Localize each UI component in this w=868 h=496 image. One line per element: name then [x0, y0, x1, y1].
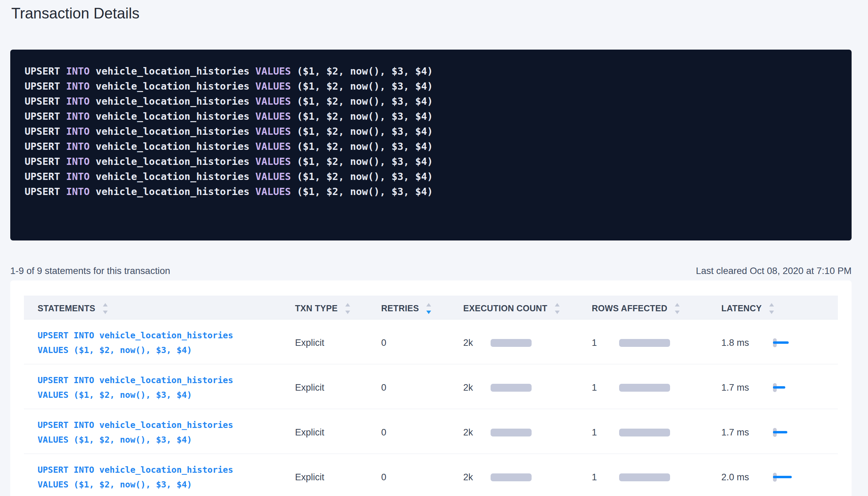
sort-descending-icon: [103, 311, 108, 314]
sort-ascending-icon: [769, 303, 774, 306]
sql-text-token: [60, 156, 66, 167]
sort-arrows-icon[interactable]: [103, 303, 108, 314]
retries-cell: 0: [381, 382, 463, 393]
sql-keyword-token: INTO: [66, 110, 90, 122]
sql-text-token: vehicle_location_histories: [90, 110, 255, 122]
sql-text-token: UPSERT: [25, 65, 60, 77]
sql-keyword-token: VALUES: [255, 156, 291, 167]
latency-bar-chart: [772, 335, 813, 351]
statement-cell: UPSERT INTO vehicle_location_historiesVA…: [24, 373, 295, 402]
latency-cell: 1.8 ms: [721, 335, 838, 351]
sql-text-token: ($1, $2, now(), $3, $4): [291, 95, 433, 107]
column-header-txn-type[interactable]: Txn Type: [295, 303, 381, 314]
sql-statement-line: UPSERT INTO vehicle_location_histories V…: [25, 109, 838, 124]
latency-value: 1.7 ms: [721, 382, 772, 393]
rows-affected-cell: 1: [592, 472, 721, 483]
sort-descending-icon: [675, 311, 680, 314]
execution-count-value: 2k: [463, 382, 491, 393]
statements-count-text: 1-9 of 9 statements for this transaction: [10, 265, 170, 277]
statement-link-line2[interactable]: VALUES ($1, $2, now(), $3, $4): [38, 388, 295, 402]
statement-link-line2[interactable]: VALUES ($1, $2, now(), $3, $4): [38, 432, 295, 447]
sort-arrows-icon[interactable]: [675, 303, 680, 314]
sql-keyword-token: VALUES: [255, 186, 291, 197]
column-header-latency[interactable]: Latency: [721, 303, 838, 314]
column-header-label: Execution Count: [463, 303, 547, 313]
latency-bar-chart: [772, 469, 813, 485]
column-header-rows-affected[interactable]: Rows Affected: [592, 303, 721, 314]
txn-type-cell: Explicit: [295, 427, 381, 438]
latency-bar-chart: [772, 379, 813, 396]
sql-text-token: ($1, $2, now(), $3, $4): [291, 186, 433, 197]
latency-bar-chart: [772, 424, 813, 441]
sql-text-token: [60, 126, 66, 137]
sql-text-token: UPSERT: [25, 141, 60, 152]
execution-count-bar: [491, 339, 532, 347]
sql-text-token: vehicle_location_histories: [90, 156, 255, 167]
sql-statement-line: UPSERT INTO vehicle_location_histories V…: [25, 154, 838, 169]
column-header-label: Rows Affected: [592, 303, 667, 313]
latency-mean-bar: [773, 431, 787, 433]
sort-ascending-icon: [675, 303, 680, 306]
sql-keyword-token: INTO: [66, 141, 90, 152]
execution-count-value: 2k: [463, 338, 491, 348]
statement-link-line1[interactable]: UPSERT INTO vehicle_location_histories: [38, 328, 295, 343]
sql-statement-line: UPSERT INTO vehicle_location_histories V…: [25, 94, 838, 109]
sort-arrows-icon[interactable]: [426, 303, 431, 314]
statement-link-line2[interactable]: VALUES ($1, $2, now(), $3, $4): [38, 477, 295, 492]
sql-text-token: ($1, $2, now(), $3, $4): [291, 110, 433, 122]
rows-affected-cell: 1: [592, 338, 721, 348]
sql-keyword-token: INTO: [66, 171, 90, 182]
statement-row[interactable]: UPSERT INTO vehicle_location_historiesVA…: [24, 364, 838, 409]
execution-count-bar: [491, 384, 532, 392]
sql-keyword-token: VALUES: [255, 126, 291, 137]
latency-mean-bar: [773, 476, 792, 478]
sql-keyword-token: INTO: [66, 156, 90, 167]
txn-type-cell: Explicit: [295, 472, 381, 483]
sort-arrows-icon[interactable]: [769, 303, 774, 314]
sql-text-token: [60, 186, 66, 197]
retries-cell: 0: [381, 427, 463, 438]
retries-cell: 0: [381, 472, 463, 483]
sql-keyword-token: VALUES: [255, 171, 291, 182]
sql-text-token: ($1, $2, now(), $3, $4): [291, 156, 433, 167]
statement-row[interactable]: UPSERT INTO vehicle_location_historiesVA…: [24, 454, 838, 496]
statement-link-line1[interactable]: UPSERT INTO vehicle_location_histories: [38, 462, 295, 477]
statement-link-line1[interactable]: UPSERT INTO vehicle_location_histories: [38, 418, 295, 432]
statement-link-line2[interactable]: VALUES ($1, $2, now(), $3, $4): [38, 343, 295, 357]
execution-count-value: 2k: [463, 427, 491, 438]
sql-text-token: [60, 171, 66, 182]
sort-descending-icon: [769, 311, 774, 314]
sort-descending-icon-active: [426, 311, 431, 314]
execution-count-cell: 2k: [463, 382, 592, 393]
sql-text-token: vehicle_location_histories: [90, 65, 255, 77]
column-header-label: Statements: [38, 303, 95, 313]
sql-text-token: [60, 110, 66, 122]
statement-link-line1[interactable]: UPSERT INTO vehicle_location_histories: [38, 373, 295, 388]
statement-row[interactable]: UPSERT INTO vehicle_location_historiesVA…: [24, 319, 838, 364]
execution-count-value: 2k: [463, 472, 491, 483]
sql-text-token: vehicle_location_histories: [90, 80, 255, 92]
column-header-retries[interactable]: Retries: [381, 303, 463, 314]
execution-count-bar: [491, 473, 532, 481]
column-header-label: Latency: [721, 303, 762, 313]
statement-cell: UPSERT INTO vehicle_location_historiesVA…: [24, 462, 295, 492]
rows-affected-value: 1: [592, 382, 619, 393]
column-header-statements[interactable]: Statements: [24, 303, 295, 314]
statement-row[interactable]: UPSERT INTO vehicle_location_historiesVA…: [24, 409, 838, 454]
execution-count-bar: [491, 429, 532, 436]
execution-count-cell: 2k: [463, 472, 592, 483]
rows-affected-cell: 1: [592, 427, 721, 438]
sql-keyword-token: VALUES: [255, 65, 291, 77]
sql-keyword-token: INTO: [66, 126, 90, 137]
latency-mean-bar: [773, 386, 785, 389]
latency-cell: 1.7 ms: [721, 424, 838, 441]
sql-text-token: [60, 95, 66, 107]
sort-arrows-icon[interactable]: [345, 303, 350, 314]
sql-statement-line: UPSERT INTO vehicle_location_histories V…: [25, 169, 838, 184]
column-header-execution-count[interactable]: Execution Count: [463, 303, 592, 314]
sql-text-token: [60, 141, 66, 152]
sql-text-token: UPSERT: [25, 80, 60, 92]
last-cleared-text: Last cleared Oct 08, 2020 at 7:10 PM: [696, 265, 852, 277]
sort-arrows-icon[interactable]: [555, 303, 560, 314]
statements-table-body: UPSERT INTO vehicle_location_historiesVA…: [24, 319, 838, 496]
